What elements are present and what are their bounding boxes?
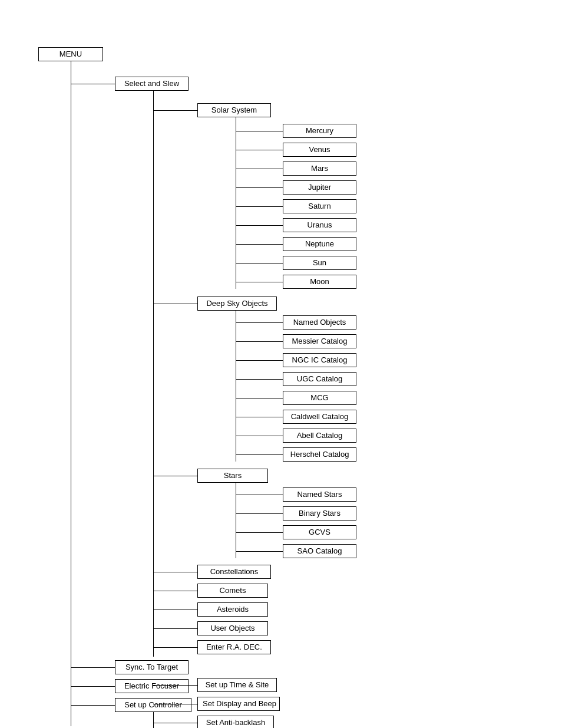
asteroids-node[interactable]: Asteroids (197, 602, 268, 617)
sun-node[interactable]: Sun (283, 256, 356, 270)
comets-node[interactable]: Comets (197, 584, 268, 598)
named-objects-node[interactable]: Named Objects (283, 315, 356, 330)
stars-node[interactable]: Stars (197, 469, 268, 483)
binary-stars-node[interactable]: Binary Stars (283, 506, 356, 521)
jupiter-node[interactable]: Jupiter (283, 180, 356, 195)
uranus-node[interactable]: Uranus (283, 218, 356, 232)
saturn-node[interactable]: Saturn (283, 199, 356, 213)
constellations-node[interactable]: Constellations (197, 565, 271, 579)
mercury-node[interactable]: Mercury (283, 124, 356, 138)
herschel-node[interactable]: Herschel Catalog (283, 447, 356, 462)
solar-system-node[interactable]: Solar System (197, 103, 271, 117)
ugc-node[interactable]: UGC Catalog (283, 372, 356, 386)
abell-node[interactable]: Abell Catalog (283, 429, 356, 443)
sao-node[interactable]: SAO Catalog (283, 544, 356, 558)
mcg-node[interactable]: MCG (283, 391, 356, 405)
user-objects-node[interactable]: User Objects (197, 621, 268, 635)
electric-focuser-node[interactable]: Electric Focuser (115, 679, 189, 693)
named-stars-node[interactable]: Named Stars (283, 487, 356, 502)
neptune-node[interactable]: Neptune (283, 237, 356, 251)
deep-sky-node[interactable]: Deep Sky Objects (197, 297, 277, 311)
gcvs-node[interactable]: GCVS (283, 525, 356, 539)
setup-time-node[interactable]: Set up Time & Site (197, 678, 277, 692)
enter-ra-node[interactable]: Enter R.A. DEC. (197, 640, 271, 654)
menu-diagram: MENU Select and Slew Solar System Mercur… (0, 0, 562, 728)
messier-node[interactable]: Messier Catalog (283, 334, 356, 348)
menu-node[interactable]: MENU (38, 47, 103, 61)
set-anti-node[interactable]: Set Anti-backlash (197, 716, 274, 728)
venus-node[interactable]: Venus (283, 143, 356, 157)
sync-target-node[interactable]: Sync. To Target (115, 660, 189, 674)
caldwell-node[interactable]: Caldwell Catalog (283, 410, 356, 424)
moon-node[interactable]: Moon (283, 275, 356, 289)
select-slew-node[interactable]: Select and Slew (115, 77, 189, 91)
set-display-node[interactable]: Set Display and Beep (197, 697, 280, 711)
setup-controller-node[interactable]: Set up Controller (115, 698, 191, 712)
mars-node[interactable]: Mars (283, 162, 356, 176)
ngc-ic-node[interactable]: NGC IC Catalog (283, 353, 356, 367)
